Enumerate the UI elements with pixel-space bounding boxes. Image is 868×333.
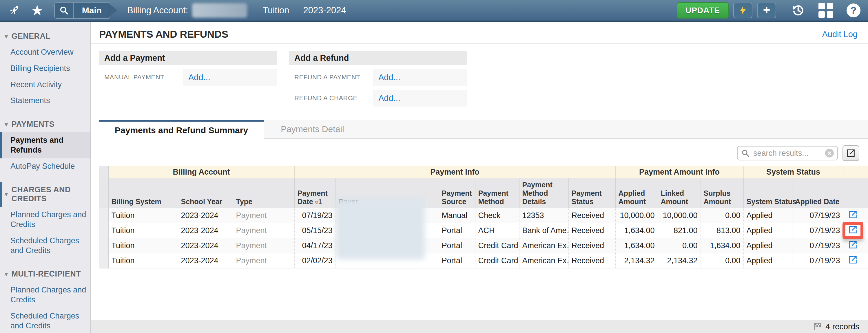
col-applied-date[interactable]: Applied Date: [792, 178, 843, 208]
sidebar-item-statements[interactable]: Statements: [0, 93, 90, 109]
refund-payment-add-link[interactable]: Add...: [378, 73, 400, 82]
open-record-icon[interactable]: [843, 238, 863, 253]
sidebar-item-scheduled-charges[interactable]: Scheduled Charges and Credits: [0, 233, 90, 259]
surplus-amount-cell: 0.00: [701, 253, 743, 268]
sidebar-section-payments[interactable]: ▾ PAYMENTS: [0, 116, 90, 132]
sidebar-section-multi-recipient[interactable]: ▾ MULTI-RECIPIENT: [0, 266, 90, 282]
tab-payments-and-refund-summary[interactable]: Payments and Refund Summary: [99, 120, 264, 139]
clear-search-icon[interactable]: ×: [825, 149, 834, 158]
sidebar-item-autopay-schedule[interactable]: AutoPay Schedule: [0, 158, 90, 175]
sidebar-item-mr-planned-charges[interactable]: Planned Charges and Credits: [0, 282, 90, 308]
col-type[interactable]: Type: [233, 178, 294, 208]
tab-bar: Payments and Refund Summary Payments Det…: [99, 120, 868, 139]
billing-account-suffix: — Tuition — 2023-2024: [251, 5, 346, 15]
sort-indicator: »1: [315, 198, 322, 206]
school-year-cell: 2023-2024: [178, 223, 233, 238]
sidebar-section-charges-and-credits[interactable]: ▾ CHARGES AND CREDITS: [0, 182, 90, 207]
col-billing-system[interactable]: Billing System: [108, 178, 178, 208]
apps-grid-icon[interactable]: [818, 3, 833, 18]
breadcrumb-main[interactable]: Main: [74, 3, 110, 18]
row-handle[interactable]: [99, 238, 108, 253]
add-button[interactable]: +: [757, 3, 776, 18]
sidebar-item-mr-scheduled-charges[interactable]: Scheduled Charges and Credits: [0, 308, 90, 333]
group-payment-amount-info: Payment Amount Info: [615, 166, 743, 178]
action-panels: Add a Payment MANUAL PAYMENT Add... Add …: [99, 51, 868, 106]
topbar-tools: ?: [791, 3, 861, 18]
breadcrumb-title: Billing Account: — Tuition — 2023-2024: [127, 3, 346, 18]
redacted-account-name: [192, 3, 247, 18]
col-payment-date[interactable]: Payment Date»1: [294, 178, 336, 208]
results-table-wrap: Billing Account Payment Info Payment Amo…: [99, 166, 868, 268]
applied-date-cell: 07/19/23: [792, 253, 843, 268]
chevron-down-icon: ▾: [5, 270, 8, 278]
payment-source-cell: Portal: [439, 223, 475, 238]
payment-source-cell: Portal: [439, 253, 475, 268]
history-icon[interactable]: [791, 3, 805, 18]
topbar-actions: UPDATE + ?: [677, 2, 861, 19]
row-handle[interactable]: [99, 208, 108, 223]
refund-charge-label: REFUND A CHARGE: [289, 90, 373, 106]
favorites-star-icon[interactable]: ★: [31, 3, 44, 18]
search-icon[interactable]: [55, 3, 74, 18]
system-status-cell: Applied: [743, 223, 792, 238]
payment-date-cell: 04/17/23: [294, 238, 336, 253]
manual-payment-add-link[interactable]: Add...: [188, 73, 210, 82]
sidebar-item-account-overview[interactable]: Account Overview: [0, 44, 90, 61]
col-payment-source[interactable]: Payment Source: [439, 178, 475, 208]
col-system-status[interactable]: System Status: [743, 178, 792, 208]
quick-actions-button[interactable]: [733, 3, 752, 18]
payment-date-cell: 07/19/23: [294, 208, 336, 223]
sidebar-item-planned-charges[interactable]: Planned Charges and Credits: [0, 207, 90, 233]
payment-method-cell: Check: [475, 208, 519, 223]
chevron-down-icon: ▾: [5, 121, 8, 128]
row-handle-header: [99, 166, 108, 178]
type-cell: Payment: [233, 238, 294, 253]
external-link-icon: [846, 148, 856, 158]
col-applied-amount[interactable]: Applied Amount: [615, 178, 658, 208]
rocket-icon[interactable]: [7, 4, 21, 17]
manual-payment-label: MANUAL PAYMENT: [99, 69, 183, 86]
billing-system-cell: Tuition: [108, 253, 178, 268]
manual-payment-row: MANUAL PAYMENT Add...: [99, 69, 277, 86]
surplus-amount-cell: 1,634.00: [701, 238, 743, 253]
open-in-new-window-button[interactable]: [842, 145, 859, 161]
school-year-cell: 2023-2024: [178, 208, 233, 223]
tab-payments-detail[interactable]: Payments Detail: [264, 120, 361, 138]
open-record-icon[interactable]: [843, 208, 863, 223]
update-button[interactable]: UPDATE: [677, 2, 728, 19]
refund-charge-row: REFUND A CHARGE Add...: [289, 90, 467, 106]
sidebar-section-general[interactable]: ▾ GENERAL: [0, 28, 90, 44]
payment-source-cell: Manual: [439, 208, 475, 223]
col-payment-method-details[interactable]: Payment Method Details: [519, 178, 568, 208]
top-bar: ★ Main Billing Account: — Tuition — 2023…: [0, 0, 868, 22]
table-row: Tuition 2023-2024 Payment 04/17/23 Porta…: [99, 238, 868, 253]
search-icon: [741, 149, 750, 158]
chevron-down-icon: ▾: [5, 33, 8, 40]
col-surplus-amount[interactable]: Surplus Amount: [701, 178, 743, 208]
col-payment-status[interactable]: Payment Status: [568, 178, 615, 208]
audit-log-link[interactable]: Audit Log: [822, 30, 858, 39]
open-record-icon[interactable]: [843, 253, 863, 268]
sidebar-item-payments-and-refunds[interactable]: Payments and Refunds: [0, 132, 90, 158]
col-school-year[interactable]: School Year: [178, 178, 233, 208]
help-icon[interactable]: ?: [846, 3, 861, 18]
applied-amount-cell: 1,634.00: [615, 238, 658, 253]
row-handle[interactable]: [99, 223, 108, 238]
col-open: [843, 178, 863, 208]
col-payment-method[interactable]: Payment Method: [475, 178, 519, 208]
records-count: 4 records: [826, 322, 859, 331]
open-record-icon[interactable]: [843, 223, 863, 238]
col-linked-amount[interactable]: Linked Amount: [658, 178, 701, 208]
refund-charge-add-link[interactable]: Add...: [378, 94, 400, 103]
plus-icon: +: [763, 4, 770, 16]
payment-method-cell: Credit Card: [475, 238, 519, 253]
billing-system-cell: Tuition: [108, 208, 178, 223]
add-payment-panel: Add a Payment MANUAL PAYMENT Add...: [99, 51, 277, 106]
group-billing-account: Billing Account: [108, 166, 294, 178]
sidebar-item-billing-recipients[interactable]: Billing Recipients: [0, 61, 90, 77]
billing-system-cell: Tuition: [108, 223, 178, 238]
search-input[interactable]: [753, 148, 822, 158]
sidebar-item-recent-activity[interactable]: Recent Activity: [0, 77, 90, 93]
row-handle[interactable]: [99, 253, 108, 268]
payments-table: Billing Account Payment Info Payment Amo…: [99, 166, 868, 268]
